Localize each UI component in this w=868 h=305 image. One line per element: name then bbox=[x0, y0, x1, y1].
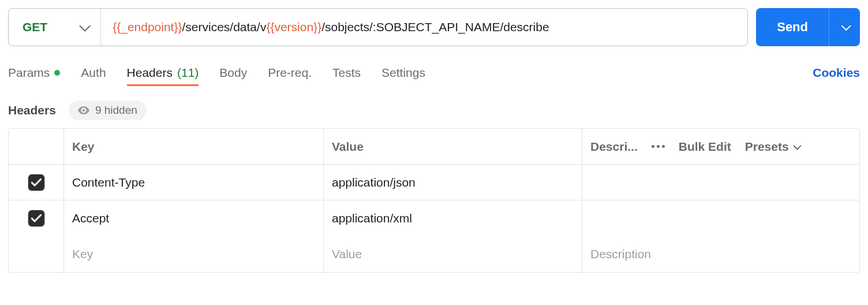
key-input[interactable]: Key bbox=[64, 236, 324, 272]
column-key: Key bbox=[64, 129, 324, 164]
chevron-down-icon bbox=[793, 142, 801, 150]
row-checkbox[interactable] bbox=[28, 174, 44, 191]
row-checkbox-empty bbox=[9, 236, 64, 272]
chevron-down-icon bbox=[79, 20, 91, 32]
url-group: GET {{_endpoint}}/services/data/v{{versi… bbox=[8, 8, 748, 46]
tab-prerequest[interactable]: Pre-req. bbox=[268, 66, 312, 85]
send-more-button[interactable] bbox=[829, 8, 860, 46]
send-button-group: Send bbox=[756, 8, 860, 46]
presets-label: Presets bbox=[745, 140, 789, 154]
cookies-label: Cookies bbox=[813, 66, 860, 79]
value-input[interactable]: Value bbox=[324, 236, 582, 272]
headers-section-header: Headers 9 hidden bbox=[8, 101, 860, 120]
url-input[interactable]: {{_endpoint}}/services/data/v{{version}}… bbox=[101, 9, 747, 46]
key-input[interactable]: Content-Type bbox=[64, 165, 324, 200]
column-value: Value bbox=[324, 129, 582, 164]
headers-empty-row: Key Value Description bbox=[9, 236, 859, 272]
cookies-link[interactable]: Cookies bbox=[813, 66, 860, 85]
tab-label: Auth bbox=[81, 66, 106, 80]
tab-label: Body bbox=[219, 66, 247, 80]
column-description-label: Descri... bbox=[590, 140, 638, 154]
headers-title: Headers bbox=[8, 103, 56, 117]
value-input[interactable]: application/xml bbox=[324, 200, 582, 236]
tab-label: Tests bbox=[332, 66, 361, 80]
tab-label: Headers bbox=[127, 66, 173, 80]
row-checkbox-cell bbox=[9, 200, 64, 236]
presets-button[interactable]: Presets bbox=[745, 140, 799, 154]
svg-point-0 bbox=[83, 109, 85, 111]
key-input[interactable]: Accept bbox=[64, 200, 324, 236]
column-description-tools: Descri... Bulk Edit Presets bbox=[582, 129, 859, 164]
tab-headers[interactable]: Headers (11) bbox=[127, 66, 199, 85]
row-checkbox[interactable] bbox=[28, 210, 44, 226]
value-input[interactable]: application/json bbox=[324, 165, 582, 200]
tab-params[interactable]: Params bbox=[8, 66, 60, 85]
url-segment: /sobjects/:SOBJECT_API_NAME/describe bbox=[321, 20, 549, 34]
tab-body[interactable]: Body bbox=[219, 66, 247, 85]
tab-tests[interactable]: Tests bbox=[332, 66, 361, 85]
tab-settings[interactable]: Settings bbox=[381, 66, 425, 85]
bulk-edit-button[interactable]: Bulk Edit bbox=[679, 140, 731, 154]
url-variable: {{version}} bbox=[266, 20, 321, 34]
url-variable: {{_endpoint}} bbox=[113, 20, 182, 34]
tab-label: Params bbox=[8, 66, 50, 80]
hidden-headers-toggle[interactable]: 9 hidden bbox=[69, 101, 147, 120]
http-method-label: GET bbox=[23, 20, 47, 34]
request-bar: GET {{_endpoint}}/services/data/v{{versi… bbox=[8, 8, 860, 46]
send-button[interactable]: Send bbox=[756, 8, 829, 46]
tab-label: Pre-req. bbox=[268, 66, 312, 80]
description-input[interactable]: Description bbox=[582, 236, 859, 272]
headers-table: Key Value Descri... Bulk Edit Presets Co… bbox=[8, 128, 860, 273]
send-button-label: Send bbox=[777, 20, 808, 35]
dot-indicator-icon bbox=[54, 70, 60, 76]
http-method-select[interactable]: GET bbox=[9, 9, 101, 46]
headers-table-row: Content-Typeapplication/json bbox=[9, 165, 859, 200]
description-input[interactable] bbox=[582, 165, 859, 200]
row-checkbox-cell bbox=[9, 165, 64, 200]
column-checkbox bbox=[9, 129, 64, 164]
headers-table-row: Acceptapplication/xml bbox=[9, 200, 859, 236]
eye-icon bbox=[78, 106, 89, 114]
description-input[interactable] bbox=[582, 200, 859, 236]
tab-count: (11) bbox=[177, 66, 199, 80]
hidden-headers-label: 9 hidden bbox=[95, 104, 137, 117]
request-tabs: Params Auth Headers (11) Body Pre-req. T… bbox=[8, 66, 860, 85]
more-options-button[interactable] bbox=[652, 145, 665, 148]
url-segment: /services/data/v bbox=[182, 20, 266, 34]
tab-auth[interactable]: Auth bbox=[81, 66, 106, 85]
headers-table-head: Key Value Descri... Bulk Edit Presets bbox=[9, 129, 859, 165]
tab-label: Settings bbox=[381, 66, 425, 80]
chevron-down-icon bbox=[841, 21, 851, 31]
